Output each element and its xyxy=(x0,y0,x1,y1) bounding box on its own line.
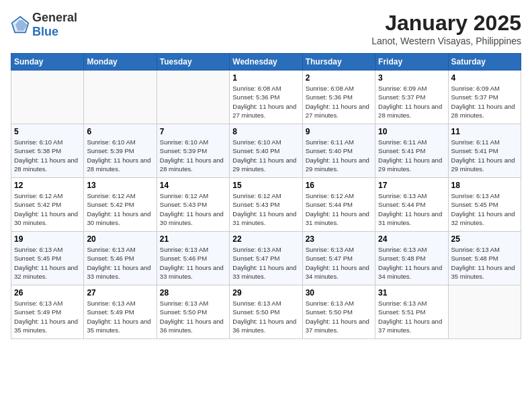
calendar-cell: 19Sunrise: 6:13 AMSunset: 5:45 PMDayligh… xyxy=(11,232,84,285)
day-number: 10 xyxy=(378,127,445,136)
calendar-week-row: 5Sunrise: 6:10 AMSunset: 5:38 PMDaylight… xyxy=(11,124,521,178)
weekday-header-tuesday: Tuesday xyxy=(157,54,229,71)
calendar-cell: 22Sunrise: 6:13 AMSunset: 5:47 PMDayligh… xyxy=(230,232,302,285)
day-info: Sunrise: 6:13 AMSunset: 5:50 PMDaylight:… xyxy=(232,299,299,334)
day-number: 23 xyxy=(306,234,372,244)
calendar-cell xyxy=(157,71,229,124)
logo-blue: Blue xyxy=(32,25,58,38)
calendar-body: 1Sunrise: 6:08 AMSunset: 5:36 PMDaylight… xyxy=(11,71,521,339)
page-header: General Blue January 2025 Lanot, Western… xyxy=(11,11,521,46)
day-number: 29 xyxy=(232,288,299,298)
calendar-cell xyxy=(448,285,521,339)
day-info: Sunrise: 6:12 AMSunset: 5:43 PMDaylight:… xyxy=(160,191,226,227)
weekday-header-thursday: Thursday xyxy=(302,54,375,71)
calendar-cell: 15Sunrise: 6:12 AMSunset: 5:43 PMDayligh… xyxy=(230,178,302,232)
day-number: 16 xyxy=(306,181,372,190)
day-number: 15 xyxy=(232,181,299,190)
calendar-week-row: 19Sunrise: 6:13 AMSunset: 5:45 PMDayligh… xyxy=(11,232,521,285)
day-number: 1 xyxy=(232,73,299,83)
day-info: Sunrise: 6:12 AMSunset: 5:44 PMDaylight:… xyxy=(306,191,372,227)
day-number: 3 xyxy=(378,73,445,83)
day-info: Sunrise: 6:12 AMSunset: 5:42 PMDaylight:… xyxy=(14,191,81,227)
calendar-cell: 29Sunrise: 6:13 AMSunset: 5:50 PMDayligh… xyxy=(230,285,302,339)
calendar-cell xyxy=(84,71,157,124)
day-info: Sunrise: 6:13 AMSunset: 5:51 PMDaylight:… xyxy=(378,299,445,334)
calendar-cell: 12Sunrise: 6:12 AMSunset: 5:42 PMDayligh… xyxy=(11,178,84,232)
day-info: Sunrise: 6:13 AMSunset: 5:47 PMDaylight:… xyxy=(232,245,299,281)
day-info: Sunrise: 6:13 AMSunset: 5:48 PMDaylight:… xyxy=(378,245,445,281)
calendar-cell: 9Sunrise: 6:11 AMSunset: 5:40 PMDaylight… xyxy=(302,124,375,178)
calendar-cell: 23Sunrise: 6:13 AMSunset: 5:47 PMDayligh… xyxy=(302,232,375,285)
calendar-cell: 5Sunrise: 6:10 AMSunset: 5:38 PMDaylight… xyxy=(11,124,84,178)
weekday-header-friday: Friday xyxy=(375,54,448,71)
day-info: Sunrise: 6:13 AMSunset: 5:49 PMDaylight:… xyxy=(87,299,153,334)
day-number: 12 xyxy=(14,181,81,190)
location-title: Lanot, Western Visayas, Philippines xyxy=(371,36,521,46)
calendar-cell: 24Sunrise: 6:13 AMSunset: 5:48 PMDayligh… xyxy=(375,232,448,285)
day-info: Sunrise: 6:09 AMSunset: 5:37 PMDaylight:… xyxy=(378,84,445,120)
calendar-cell: 6Sunrise: 6:10 AMSunset: 5:39 PMDaylight… xyxy=(84,124,157,178)
day-number: 9 xyxy=(306,127,372,136)
calendar-cell: 30Sunrise: 6:13 AMSunset: 5:50 PMDayligh… xyxy=(302,285,375,339)
weekday-header-wednesday: Wednesday xyxy=(230,54,302,71)
day-number: 31 xyxy=(378,288,445,298)
day-info: Sunrise: 6:13 AMSunset: 5:47 PMDaylight:… xyxy=(306,245,372,281)
day-number: 7 xyxy=(160,127,226,136)
day-number: 8 xyxy=(232,127,299,136)
day-number: 28 xyxy=(160,288,226,298)
weekday-header-monday: Monday xyxy=(84,54,157,71)
calendar-cell: 11Sunrise: 6:11 AMSunset: 5:41 PMDayligh… xyxy=(448,124,521,178)
day-info: Sunrise: 6:13 AMSunset: 5:50 PMDaylight:… xyxy=(160,299,226,334)
calendar-cell: 1Sunrise: 6:08 AMSunset: 5:36 PMDaylight… xyxy=(230,71,302,124)
day-info: Sunrise: 6:10 AMSunset: 5:39 PMDaylight:… xyxy=(160,138,226,173)
weekday-header-sunday: Sunday xyxy=(11,54,84,71)
day-number: 11 xyxy=(451,127,518,136)
calendar-cell: 18Sunrise: 6:13 AMSunset: 5:45 PMDayligh… xyxy=(448,178,521,232)
calendar-table: SundayMondayTuesdayWednesdayThursdayFrid… xyxy=(11,53,521,339)
day-info: Sunrise: 6:10 AMSunset: 5:38 PMDaylight:… xyxy=(14,138,81,173)
calendar-cell: 26Sunrise: 6:13 AMSunset: 5:49 PMDayligh… xyxy=(11,285,84,339)
day-info: Sunrise: 6:13 AMSunset: 5:44 PMDaylight:… xyxy=(378,191,445,227)
day-info: Sunrise: 6:13 AMSunset: 5:45 PMDaylight:… xyxy=(451,191,518,227)
calendar-cell: 10Sunrise: 6:11 AMSunset: 5:41 PMDayligh… xyxy=(375,124,448,178)
calendar-cell: 20Sunrise: 6:13 AMSunset: 5:46 PMDayligh… xyxy=(84,232,157,285)
day-info: Sunrise: 6:12 AMSunset: 5:43 PMDaylight:… xyxy=(232,191,299,227)
calendar-cell: 3Sunrise: 6:09 AMSunset: 5:37 PMDaylight… xyxy=(375,71,448,124)
calendar-cell: 16Sunrise: 6:12 AMSunset: 5:44 PMDayligh… xyxy=(302,178,375,232)
day-number: 4 xyxy=(451,73,518,83)
calendar-cell: 27Sunrise: 6:13 AMSunset: 5:49 PMDayligh… xyxy=(84,285,157,339)
day-number: 22 xyxy=(232,234,299,244)
calendar-cell: 4Sunrise: 6:09 AMSunset: 5:37 PMDaylight… xyxy=(448,71,521,124)
day-number: 25 xyxy=(451,234,518,244)
day-info: Sunrise: 6:13 AMSunset: 5:49 PMDaylight:… xyxy=(14,299,81,334)
calendar-week-row: 1Sunrise: 6:08 AMSunset: 5:36 PMDaylight… xyxy=(11,71,521,124)
logo: General Blue xyxy=(11,11,77,39)
day-number: 21 xyxy=(160,234,226,244)
day-number: 13 xyxy=(87,181,153,190)
day-number: 17 xyxy=(378,181,445,190)
day-number: 24 xyxy=(378,234,445,244)
calendar-cell: 28Sunrise: 6:13 AMSunset: 5:50 PMDayligh… xyxy=(157,285,229,339)
day-info: Sunrise: 6:10 AMSunset: 5:40 PMDaylight:… xyxy=(232,138,299,173)
calendar-cell: 31Sunrise: 6:13 AMSunset: 5:51 PMDayligh… xyxy=(375,285,448,339)
weekday-header-saturday: Saturday xyxy=(448,54,521,71)
calendar-cell: 8Sunrise: 6:10 AMSunset: 5:40 PMDaylight… xyxy=(230,124,302,178)
day-number: 20 xyxy=(87,234,153,244)
day-info: Sunrise: 6:13 AMSunset: 5:45 PMDaylight:… xyxy=(14,245,81,281)
day-info: Sunrise: 6:09 AMSunset: 5:37 PMDaylight:… xyxy=(451,84,518,120)
day-number: 6 xyxy=(87,127,153,136)
day-number: 14 xyxy=(160,181,226,190)
day-info: Sunrise: 6:10 AMSunset: 5:39 PMDaylight:… xyxy=(87,138,153,173)
day-number: 2 xyxy=(306,73,372,83)
title-block: January 2025 Lanot, Western Visayas, Phi… xyxy=(371,11,521,46)
calendar-cell: 25Sunrise: 6:13 AMSunset: 5:48 PMDayligh… xyxy=(448,232,521,285)
day-info: Sunrise: 6:11 AMSunset: 5:40 PMDaylight:… xyxy=(306,138,372,173)
day-number: 18 xyxy=(451,181,518,190)
calendar-week-row: 12Sunrise: 6:12 AMSunset: 5:42 PMDayligh… xyxy=(11,178,521,232)
day-number: 30 xyxy=(306,288,372,298)
calendar-cell: 14Sunrise: 6:12 AMSunset: 5:43 PMDayligh… xyxy=(157,178,229,232)
logo-text: General Blue xyxy=(32,11,77,39)
month-title: January 2025 xyxy=(371,11,521,36)
day-number: 5 xyxy=(14,127,81,136)
day-info: Sunrise: 6:13 AMSunset: 5:46 PMDaylight:… xyxy=(87,245,153,281)
